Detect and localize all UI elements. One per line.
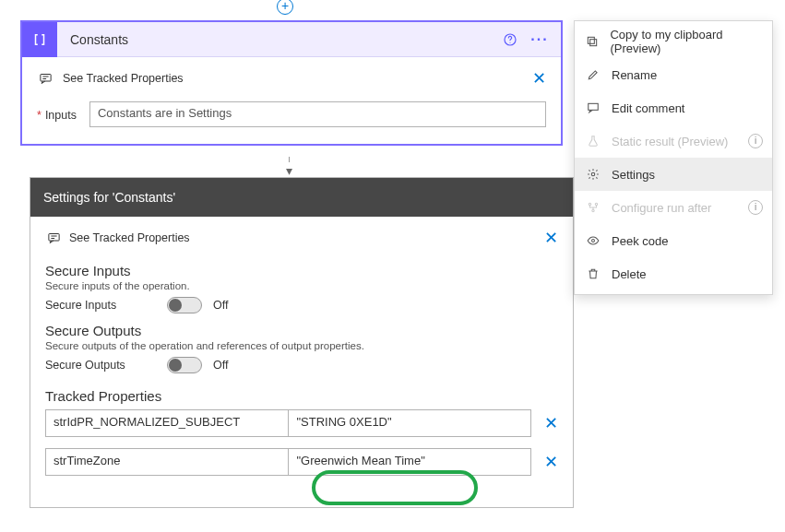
svg-point-10 <box>592 209 594 211</box>
required-marker: *Inputs <box>37 106 77 123</box>
flow-arrow-icon: ▾ <box>286 157 292 179</box>
menu-label: Settings <box>612 168 655 182</box>
menu-copy-clipboard[interactable]: Copy to my clipboard (Preview) <box>575 25 772 58</box>
more-menu-button[interactable]: ··· <box>529 30 550 50</box>
secure-inputs-title: Secure Inputs <box>45 263 558 278</box>
svg-point-9 <box>595 203 597 205</box>
comment-icon <box>37 70 54 87</box>
secure-outputs-state: Off <box>213 359 228 372</box>
menu-label: Copy to my clipboard (Preview) <box>610 28 761 55</box>
branch-icon <box>586 200 601 215</box>
svg-rect-4 <box>590 40 597 46</box>
tracked-property-key-input[interactable]: strIdPR_NORMALIZED_SUBJECT <box>45 409 288 437</box>
menu-label: Static result (Preview) <box>612 135 728 148</box>
delete-row-icon[interactable]: ✕ <box>544 413 558 433</box>
info-icon[interactable]: i <box>748 134 763 148</box>
delete-row-icon[interactable]: ✕ <box>544 452 558 472</box>
secure-outputs-row-label: Secure Outputs <box>45 359 156 372</box>
secure-outputs-toggle[interactable] <box>167 357 202 373</box>
tracked-property-value-input[interactable]: "STRING 0XE1D" <box>288 409 531 437</box>
constants-header[interactable]: Constants ··· <box>22 22 561 57</box>
comment-icon <box>586 100 601 115</box>
menu-label: Edit comment <box>612 101 684 115</box>
menu-edit-comment[interactable]: Edit comment <box>575 91 772 124</box>
svg-rect-2 <box>40 74 50 81</box>
menu-delete[interactable]: Delete <box>575 257 772 290</box>
tracked-properties-title: Tracked Properties <box>45 388 558 404</box>
menu-label: Peek code <box>612 234 668 248</box>
tracked-property-row: strTimeZone "Greenwich Mean Time" ✕ <box>45 448 558 476</box>
close-icon[interactable]: ✕ <box>532 68 546 89</box>
menu-label: Delete <box>612 267 647 281</box>
secure-inputs-state: Off <box>213 299 228 312</box>
tracked-property-value-input[interactable]: "Greenwich Mean Time" <box>288 448 531 476</box>
close-icon[interactable]: ✕ <box>544 228 558 248</box>
compose-icon <box>22 22 57 57</box>
trash-icon <box>586 266 601 281</box>
svg-rect-5 <box>589 37 595 43</box>
menu-label: Configure run after <box>612 201 711 215</box>
flask-icon <box>586 134 601 148</box>
settings-panel: Settings for 'Constants' See Tracked Pro… <box>30 177 574 508</box>
secure-inputs-desc: Secure inputs of the operation. <box>45 280 558 291</box>
constants-title: Constants <box>57 32 500 47</box>
help-icon[interactable] <box>500 30 520 50</box>
menu-rename[interactable]: Rename <box>575 58 772 91</box>
tracked-properties-link[interactable]: See Tracked Properties <box>63 72 523 85</box>
tracked-property-row: strIdPR_NORMALIZED_SUBJECT "STRING 0XE1D… <box>45 409 558 437</box>
menu-peek-code[interactable]: Peek code <box>575 224 772 257</box>
add-step-button[interactable]: + <box>277 0 293 15</box>
svg-rect-6 <box>589 103 599 110</box>
gear-icon <box>586 167 601 182</box>
comment-icon <box>45 230 62 246</box>
menu-settings[interactable]: Settings <box>575 158 772 191</box>
eye-icon <box>586 233 601 248</box>
context-menu: Copy to my clipboard (Preview) Rename Ed… <box>574 20 773 295</box>
secure-inputs-row-label: Secure Inputs <box>45 299 156 312</box>
tracked-property-key-input[interactable]: strTimeZone <box>45 448 288 476</box>
info-icon[interactable]: i <box>748 200 763 215</box>
svg-rect-3 <box>48 233 58 241</box>
svg-point-8 <box>589 203 590 205</box>
inputs-label: Inputs <box>45 109 77 122</box>
menu-static-result: Static result (Preview) i <box>575 124 772 158</box>
svg-point-7 <box>591 172 595 176</box>
constants-card: Constants ··· See Tracked Properties ✕ *… <box>20 20 563 146</box>
inputs-field[interactable]: Constants are in Settings <box>89 101 546 127</box>
settings-header: Settings for 'Constants' <box>30 178 573 217</box>
menu-label: Rename <box>612 68 657 82</box>
secure-inputs-toggle[interactable] <box>167 297 202 313</box>
edit-icon <box>586 67 601 82</box>
svg-point-1 <box>509 41 510 42</box>
tracked-properties-link[interactable]: See Tracked Properties <box>62 231 544 244</box>
secure-outputs-title: Secure Outputs <box>45 323 558 338</box>
secure-outputs-desc: Secure outputs of the operation and refe… <box>45 340 558 351</box>
menu-configure-run-after: Configure run after i <box>575 191 772 224</box>
copy-icon <box>586 34 599 49</box>
svg-point-11 <box>592 240 595 242</box>
